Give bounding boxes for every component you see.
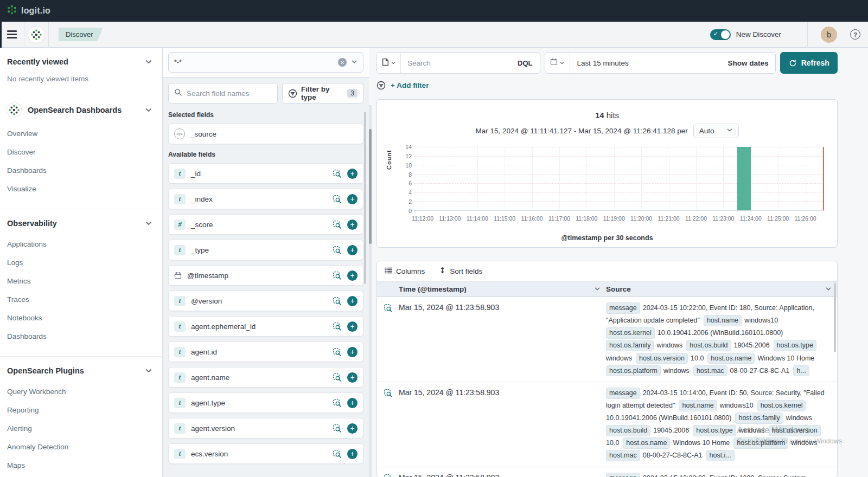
field-row--type[interactable]: t_type+ [168,240,363,260]
time-range-value[interactable]: Last 15 minutes [570,59,720,67]
sidebar-item-overview[interactable]: Overview [7,130,152,138]
field-details-icon[interactable] [333,322,342,331]
hamburger-icon [7,30,17,38]
field-row-agent-version[interactable]: tagent.version+ [168,418,363,439]
add-field-button[interactable]: + [347,321,358,332]
nav-empty-message: No recently viewed items [7,75,152,83]
interval-select[interactable]: Auto [693,124,739,138]
sidebar-item-discover[interactable]: Discover [7,148,152,156]
chevron-down-icon[interactable] [594,286,601,292]
query-search-input[interactable] [401,59,510,67]
sidebar-item-query-workbench[interactable]: Query Workbench [7,388,152,396]
refresh-button[interactable]: Refresh [780,52,838,74]
opensearch-home-button[interactable] [24,22,48,48]
sidebar-item-maps[interactable]: Maps [7,461,152,469]
menu-button[interactable] [0,22,24,48]
new-discover-toggle[interactable]: ✓ [710,29,731,40]
sidebar-item-notebooks[interactable]: Notebooks [7,314,152,322]
sidebar-item-traces[interactable]: Traces [7,295,152,304]
time-column-header[interactable]: Time (@timestamp) [399,285,606,293]
field-row-agent-id[interactable]: tagent.id+ [168,341,363,362]
query-language-button[interactable]: DQL [510,59,540,67]
field-details-icon[interactable] [333,449,342,459]
add-field-button[interactable]: + [347,245,358,255]
field-row--version[interactable]: t@version+ [168,291,363,311]
field-row--id[interactable]: t_id+ [168,163,363,184]
chevron-down-icon[interactable] [145,220,152,227]
field-details-icon[interactable] [333,398,342,408]
saved-query-button[interactable] [377,53,401,73]
add-field-button[interactable]: + [347,449,358,459]
chevron-down-icon[interactable] [351,57,358,67]
field-search-input[interactable] [187,89,272,98]
sidebar-item-applications[interactable]: Applications [7,240,152,248]
chevron-down-icon[interactable] [825,286,832,292]
date-quick-select-button[interactable] [545,53,570,73]
index-pattern-select[interactable]: *-* ✕ [168,52,363,73]
field-details-icon[interactable] [333,169,342,178]
field-row--index[interactable]: t_index+ [168,189,363,209]
index-pattern-value: *-* [174,59,182,66]
field-row--score[interactable]: #_score+ [168,214,363,235]
field-details-icon[interactable] [333,424,342,433]
add-filter-button[interactable]: + Add filter [391,81,429,89]
histogram-bar[interactable] [737,147,751,210]
sort-fields-button[interactable]: Sort fields [439,267,482,275]
sidebar-item-anomaly-detection[interactable]: Anomaly Detection [7,443,152,451]
chevron-down-icon[interactable] [145,58,152,66]
sidebar-item-metrics[interactable]: Metrics [7,277,152,285]
clear-index-icon[interactable]: ✕ [338,58,347,67]
field-details-icon[interactable] [333,296,342,306]
breadcrumb[interactable]: Discover [59,28,103,41]
expand-document-button[interactable] [377,387,399,462]
sidebar-item-logs[interactable]: Logs [7,259,152,267]
sidebar-item-visualize[interactable]: Visualize [7,185,152,193]
field-details-icon[interactable] [333,246,342,255]
main-scrollbar[interactable] [369,129,372,244]
filter-by-type-button[interactable]: Filter by type 3 [282,83,363,104]
field-details-icon[interactable] [333,373,342,382]
filter-circle-icon[interactable] [376,81,386,90]
field-row-agent-name[interactable]: tagent.name+ [168,367,363,388]
field-row--source[interactable]: </>_source [168,124,363,144]
add-field-button[interactable]: + [347,423,358,434]
sidebar-item-dashboards[interactable]: Dashboards [7,166,152,175]
field-row-agent-ephemeral-id[interactable]: tagent.ephemeral_id+ [168,316,363,337]
add-field-button[interactable]: + [347,398,358,408]
help-button[interactable]: ? [850,29,860,40]
field-search-box [168,83,278,104]
field-row-agent-type[interactable]: tagent.type+ [168,392,363,413]
source-field-badge: host.os.family [735,412,783,424]
add-field-button[interactable]: + [347,296,358,306]
field-details-icon[interactable] [333,220,342,229]
sidebar-item-alerting[interactable]: Alerting [7,424,152,433]
field-row--timestamp[interactable]: @timestamp+ [168,265,363,286]
expand-document-button[interactable] [377,472,399,477]
field-details-icon[interactable] [333,271,342,280]
show-dates-button[interactable]: Show dates [720,59,775,67]
field-details-icon[interactable] [333,195,342,204]
columns-label: Columns [396,267,425,275]
add-field-button[interactable]: + [347,372,358,383]
add-field-button[interactable]: + [347,347,358,357]
y-tick-label: 10 [405,162,412,169]
source-column-header[interactable]: Source [606,285,837,293]
table-row: Mar 15, 2024 @ 11:23:58.903message2024-0… [377,467,837,477]
table-scrollbar[interactable] [834,283,836,352]
add-field-button[interactable]: + [347,220,358,230]
add-field-button[interactable]: + [347,194,358,204]
chevron-down-icon[interactable] [145,367,152,375]
field-details-icon[interactable] [333,347,342,357]
fields-scrollbar[interactable] [364,112,366,284]
x-tick-label: 11:12:00 [412,215,433,222]
add-field-button[interactable]: + [347,270,358,281]
sidebar-item-reporting[interactable]: Reporting [7,406,152,414]
columns-button[interactable]: Columns [385,267,425,275]
expand-document-button[interactable] [377,302,399,377]
chevron-down-icon[interactable] [145,106,152,114]
sidebar-item-dashboards[interactable]: Dashboards [7,332,152,340]
row-source: message2024-03-15 10:14:00, Event ID: 50… [606,387,837,462]
add-field-button[interactable]: + [347,169,358,179]
field-row-ecs-version[interactable]: tecs.version+ [168,443,363,464]
avatar[interactable]: b [821,27,837,43]
